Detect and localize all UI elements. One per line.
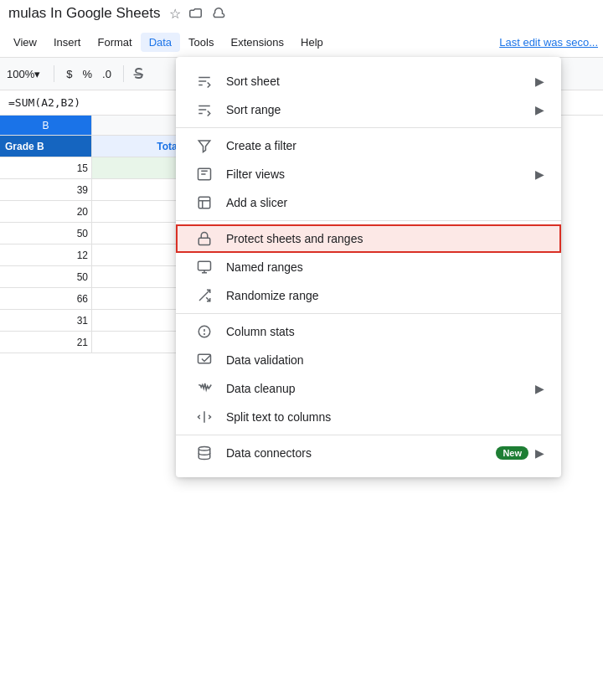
- menu-item-data[interactable]: Data: [141, 33, 180, 52]
- menu-item-protect-sheets[interactable]: Protect sheets and ranges: [176, 224, 561, 253]
- percent-btn[interactable]: %: [77, 66, 97, 82]
- menu-bar: View Insert Format Data Tools Extensions…: [0, 27, 603, 57]
- menu-item-sort-range[interactable]: Sort range ▶: [176, 95, 561, 124]
- add-slicer-label: Add a slicer: [226, 196, 544, 209]
- column-stats-label: Column stats: [226, 325, 544, 338]
- cell-total-10[interactable]: [92, 332, 184, 353]
- cell-total-2[interactable]: [92, 157, 184, 178]
- table-row: 39: [0, 179, 184, 201]
- cloud-icon[interactable]: [210, 5, 227, 22]
- create-filter-icon: [193, 138, 216, 153]
- svg-point-19: [204, 334, 205, 335]
- strikethrough-icon[interactable]: S̶: [134, 64, 143, 83]
- header-grade-b: Grade B: [0, 136, 92, 157]
- menu-item-data-connectors[interactable]: Data connectors New ▶: [176, 439, 561, 467]
- create-filter-label: Create a filter: [226, 139, 544, 152]
- sort-range-arrow: ▶: [535, 103, 544, 116]
- cell-b8[interactable]: 66: [0, 288, 92, 309]
- data-connectors-arrow: ▶: [535, 446, 544, 460]
- sort-sheet-icon: [193, 74, 216, 89]
- sort-range-label: Sort range: [226, 103, 535, 116]
- col-header-total: [92, 116, 184, 135]
- svg-rect-12: [198, 261, 211, 270]
- cell-total-8[interactable]: [92, 288, 184, 309]
- menu-item-help[interactable]: Help: [292, 33, 332, 52]
- cell-b10[interactable]: 21: [0, 332, 92, 353]
- cell-b4[interactable]: 20: [0, 201, 92, 222]
- cell-b3[interactable]: 39: [0, 179, 92, 200]
- table-row: 21: [0, 332, 184, 353]
- svg-rect-11: [198, 238, 210, 244]
- page-title: mulas In Google Sheets: [8, 5, 160, 22]
- split-text-icon: [193, 409, 216, 425]
- split-text-label: Split text to columns: [226, 410, 544, 424]
- named-ranges-icon: [193, 260, 216, 275]
- sort-range-icon: [193, 102, 216, 117]
- table-row: 50: [0, 223, 184, 244]
- table-row: Grade B Total: [0, 136, 184, 157]
- title-bar: mulas In Google Sheets ☆: [0, 0, 603, 27]
- menu-item-randomize-range[interactable]: Randomize range: [176, 281, 561, 310]
- protect-sheets-icon: [193, 231, 216, 246]
- cell-total-4[interactable]: [92, 201, 184, 222]
- data-cleanup-arrow: ▶: [535, 382, 544, 395]
- zoom-level[interactable]: 100% ▾: [7, 68, 40, 80]
- menu-item-column-stats[interactable]: Column stats: [176, 317, 561, 346]
- toolbar-separator-2: [123, 65, 124, 82]
- col-header-b: B: [0, 116, 92, 135]
- cell-total-6[interactable]: [92, 244, 184, 265]
- cell-b9[interactable]: 31: [0, 310, 92, 331]
- filter-views-icon: [193, 167, 216, 182]
- named-ranges-label: Named ranges: [226, 260, 544, 274]
- menu-item-filter-views[interactable]: Filter views ▶: [176, 160, 561, 188]
- data-connectors-label: Data connectors: [226, 446, 496, 460]
- cell-total-5[interactable]: [92, 223, 184, 244]
- data-dropdown-menu: Sort sheet ▶ Sort range ▶ Create a filte…: [176, 57, 561, 477]
- menu-item-named-ranges[interactable]: Named ranges: [176, 253, 561, 281]
- menu-item-sort-sheet[interactable]: Sort sheet ▶: [176, 67, 561, 95]
- decimal-btn[interactable]: .0: [97, 66, 116, 82]
- menu-item-insert[interactable]: Insert: [45, 33, 90, 52]
- menu-item-split-text[interactable]: Split text to columns: [176, 403, 561, 431]
- cell-total-9[interactable]: [92, 310, 184, 331]
- menu-item-tools[interactable]: Tools: [180, 33, 222, 52]
- menu-section-connectors: Data connectors New ▶: [176, 435, 561, 471]
- folder-icon[interactable]: [188, 5, 205, 22]
- menu-item-create-filter[interactable]: Create a filter: [176, 131, 561, 160]
- table-row: 31: [0, 310, 184, 332]
- cell-b5[interactable]: 50: [0, 223, 92, 244]
- cell-b7[interactable]: 50: [0, 266, 92, 287]
- toolbar-separator-1: [54, 65, 54, 82]
- filter-views-arrow: ▶: [535, 167, 544, 181]
- randomize-range-label: Randomize range: [226, 289, 544, 302]
- cell-b2[interactable]: 15: [0, 157, 92, 178]
- cell-total-3[interactable]: [92, 179, 184, 200]
- header-total: Total: [92, 136, 184, 157]
- menu-item-add-slicer[interactable]: Add a slicer: [176, 188, 561, 217]
- cell-b6[interactable]: 12: [0, 244, 92, 265]
- sort-sheet-label: Sort sheet: [226, 75, 535, 88]
- menu-section-sort: Sort sheet ▶ Sort range ▶: [176, 64, 561, 128]
- filter-views-label: Filter views: [226, 167, 535, 181]
- spreadsheet-grid: B Grade B Total 15 39 20 50 12 50 66 31 …: [0, 116, 184, 700]
- cell-total-7[interactable]: [92, 266, 184, 287]
- last-edit-text: Last edit was seco...: [499, 36, 598, 49]
- randomize-range-icon: [193, 288, 216, 303]
- menu-item-extensions[interactable]: Extensions: [222, 33, 292, 52]
- data-connectors-icon: [193, 445, 216, 461]
- table-row: 15: [0, 157, 184, 179]
- currency-btn[interactable]: $: [61, 66, 77, 82]
- data-validation-icon: [193, 353, 216, 368]
- menu-section-protect: Protect sheets and ranges Named ranges: [176, 221, 561, 314]
- menu-item-data-cleanup[interactable]: Data cleanup ▶: [176, 374, 561, 403]
- menu-item-view[interactable]: View: [5, 33, 45, 52]
- star-icon[interactable]: ☆: [167, 5, 183, 22]
- menu-item-format[interactable]: Format: [89, 33, 140, 52]
- table-row: 50: [0, 266, 184, 288]
- data-cleanup-icon: [193, 381, 216, 396]
- sort-sheet-arrow: ▶: [535, 75, 544, 88]
- new-badge: New: [496, 446, 528, 460]
- menu-item-data-validation[interactable]: Data validation: [176, 346, 561, 374]
- column-headers: B: [0, 116, 184, 136]
- menu-section-filter: Create a filter Filter views ▶ Add a sli…: [176, 128, 561, 221]
